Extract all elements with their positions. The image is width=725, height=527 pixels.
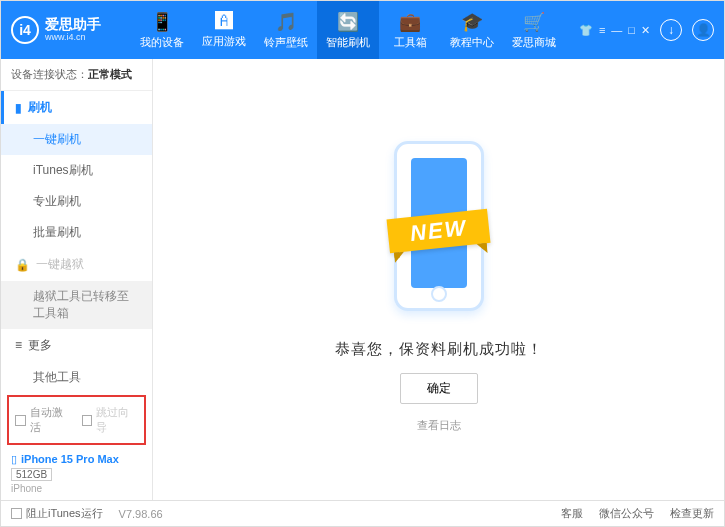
phone-small-icon: ▯ — [11, 453, 17, 465]
sidebar-item-itunes-flash[interactable]: iTunes刷机 — [1, 155, 152, 186]
success-message: 恭喜您，保资料刷机成功啦！ — [335, 340, 543, 359]
phone-icon: ▮ — [15, 101, 22, 115]
menu-icon[interactable]: ≡ — [599, 24, 605, 37]
shirt-icon[interactable]: 👕 — [579, 24, 593, 37]
version-label: V7.98.66 — [119, 508, 163, 520]
download-button[interactable]: ↓ — [660, 19, 682, 41]
nav-toolbox[interactable]: 💼工具箱 — [379, 1, 441, 59]
music-icon: 🎵 — [275, 11, 297, 33]
apps-icon: 🅰 — [215, 11, 233, 32]
footer-link-update[interactable]: 检查更新 — [670, 506, 714, 521]
store-icon: 🛒 — [523, 11, 545, 33]
sidebar-group-flash[interactable]: ▮刷机 — [1, 91, 152, 124]
logo-icon: i4 — [11, 16, 39, 44]
sidebar-item-oneclick-flash[interactable]: 一键刷机 — [1, 124, 152, 155]
brand-name: 爱思助手 — [45, 17, 101, 32]
toolbox-icon: 💼 — [399, 11, 421, 33]
tutorial-icon: 🎓 — [461, 11, 483, 33]
view-log-link[interactable]: 查看日志 — [417, 418, 461, 433]
close-icon[interactable]: ✕ — [641, 24, 650, 37]
device-type: iPhone — [11, 483, 142, 494]
device-status: 设备连接状态：正常模式 — [1, 59, 152, 91]
footer-link-support[interactable]: 客服 — [561, 506, 583, 521]
nav-apps-games[interactable]: 🅰应用游戏 — [193, 1, 255, 59]
app-logo: i4 爱思助手 www.i4.cn — [11, 16, 131, 44]
more-icon: ≡ — [15, 338, 22, 352]
ok-button[interactable]: 确定 — [400, 373, 478, 404]
success-illustration: NEW — [364, 126, 514, 326]
sidebar-item-batch-flash[interactable]: 批量刷机 — [1, 217, 152, 248]
device-name: iPhone 15 Pro Max — [21, 453, 119, 465]
sidebar-group-more[interactable]: ≡更多 — [1, 329, 152, 362]
brand-url: www.i4.cn — [45, 33, 101, 43]
nav-smart-flash[interactable]: 🔄智能刷机 — [317, 1, 379, 59]
sidebar-group-jailbreak: 🔒一键越狱 — [1, 248, 152, 281]
window-controls: 👕 ≡ — □ ✕ — [579, 24, 650, 37]
device-storage: 512GB — [11, 468, 52, 481]
footer-link-wechat[interactable]: 微信公众号 — [599, 506, 654, 521]
sidebar-item-other-tools[interactable]: 其他工具 — [1, 362, 152, 389]
nav-my-device[interactable]: 📱我的设备 — [131, 1, 193, 59]
checkbox-block-itunes[interactable]: 阻止iTunes运行 — [11, 506, 103, 521]
user-button[interactable]: 👤 — [692, 19, 714, 41]
sidebar-item-pro-flash[interactable]: 专业刷机 — [1, 186, 152, 217]
minimize-icon[interactable]: — — [611, 24, 622, 37]
options-highlight: 自动激活 跳过向导 — [7, 395, 146, 445]
device-icon: 📱 — [151, 11, 173, 33]
nav-ringtones[interactable]: 🎵铃声壁纸 — [255, 1, 317, 59]
checkbox-skip-wizard[interactable]: 跳过向导 — [82, 405, 139, 435]
nav-store[interactable]: 🛒爱思商城 — [503, 1, 565, 59]
sidebar-jailbreak-info: 越狱工具已转移至工具箱 — [1, 281, 152, 329]
maximize-icon[interactable]: □ — [628, 24, 635, 37]
device-info: ▯iPhone 15 Pro Max 512GB iPhone — [1, 447, 152, 500]
top-nav: 📱我的设备 🅰应用游戏 🎵铃声壁纸 🔄智能刷机 💼工具箱 🎓教程中心 🛒爱思商城 — [131, 1, 565, 59]
nav-tutorials[interactable]: 🎓教程中心 — [441, 1, 503, 59]
flash-icon: 🔄 — [337, 11, 359, 33]
checkbox-auto-activate[interactable]: 自动激活 — [15, 405, 72, 435]
lock-icon: 🔒 — [15, 258, 30, 272]
